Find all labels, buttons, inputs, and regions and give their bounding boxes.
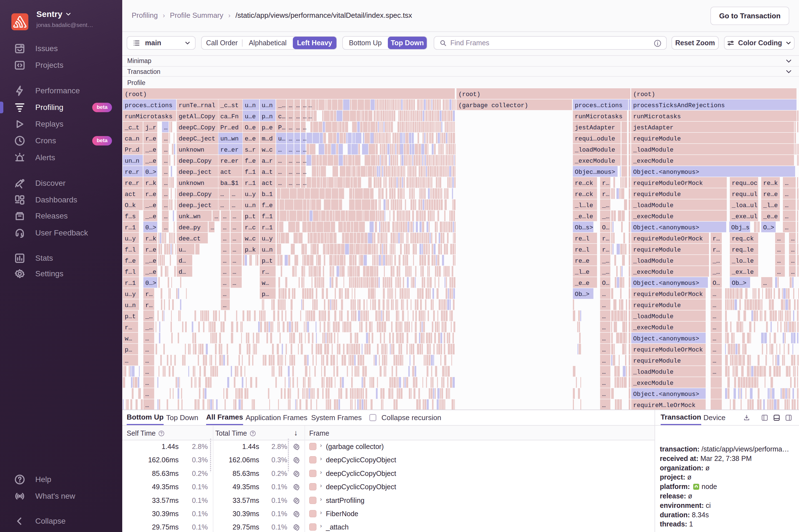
svg-text:r…1: r…1 xyxy=(245,180,256,187)
svg-text:req…ck: req…ck xyxy=(732,235,754,242)
svg-text:p…t: p…t xyxy=(245,213,256,220)
svg-text:…: … xyxy=(602,402,606,409)
svg-text:w…c: w…c xyxy=(245,235,256,242)
svg-text:r…: r… xyxy=(262,269,269,276)
svg-text:…: … xyxy=(223,269,226,276)
svg-text:0…>: 0…> xyxy=(145,280,156,287)
svg-text:_execModule: _execModule xyxy=(633,269,673,276)
svg-text:p…: p… xyxy=(125,346,132,354)
svg-text:e…e: e…e xyxy=(245,135,256,142)
svg-text:…: … xyxy=(602,369,606,376)
svg-text:…: … xyxy=(712,336,716,342)
svg-text:_l…e: _l…e xyxy=(575,269,590,276)
svg-text:_ex…le: _ex…le xyxy=(731,269,754,276)
svg-text:Object.<anonymous>: Object.<anonymous> xyxy=(633,280,699,287)
svg-text:…: … xyxy=(164,125,168,131)
svg-text:…: … xyxy=(712,346,716,354)
svg-text:re…l: re…l xyxy=(575,235,590,242)
svg-text:Ob…>: Ob…> xyxy=(575,291,590,298)
svg-text:_…: _… xyxy=(602,213,609,220)
svg-text:runMicrotasks: runMicrotasks xyxy=(633,113,681,120)
svg-text:u…y: u…y xyxy=(125,291,136,298)
svg-text:_loadModule: _loadModule xyxy=(633,202,673,209)
svg-text:…: … xyxy=(763,280,767,287)
svg-text:_l…le: _l…le xyxy=(575,202,593,209)
svg-text:requ…ul: requ…ul xyxy=(732,191,757,198)
svg-text:_loadModule: _loadModule xyxy=(633,369,673,376)
svg-text:…: … xyxy=(145,346,149,354)
svg-text:…: … xyxy=(602,391,606,398)
svg-text:…: … xyxy=(309,102,312,109)
svg-text:_…: _… xyxy=(712,258,720,265)
svg-text:…: … xyxy=(602,302,606,309)
svg-text:…: … xyxy=(289,158,292,165)
svg-text:runTe…rnal: runTe…rnal xyxy=(179,102,215,109)
svg-text:deep…ject: deep…ject xyxy=(179,169,212,176)
svg-text:…: … xyxy=(145,402,149,409)
svg-text:…: … xyxy=(164,135,168,142)
svg-text:j…r: j…r xyxy=(145,125,156,131)
svg-text:Object.<anonymous>: Object.<anonymous> xyxy=(633,336,699,342)
svg-text:…: … xyxy=(164,191,168,198)
svg-text:…: … xyxy=(296,147,300,154)
svg-text:…: … xyxy=(223,280,226,287)
svg-text:…: … xyxy=(296,113,300,120)
svg-text:…: … xyxy=(791,258,795,265)
svg-text:b…1: b…1 xyxy=(262,191,273,198)
svg-text:_loa…ul: _loa…ul xyxy=(731,202,757,209)
svg-text:…: … xyxy=(791,247,795,253)
svg-text:f…l: f…l xyxy=(125,247,136,253)
svg-text:_lo…le: _lo…le xyxy=(731,258,754,265)
svg-text:…: … xyxy=(233,235,236,242)
svg-text:unknown: unknown xyxy=(179,147,204,154)
svg-text:r…e: r…e xyxy=(145,135,156,142)
svg-text:re…e: re…e xyxy=(763,191,778,198)
svg-text:…: … xyxy=(785,224,788,231)
svg-text:requireM…leOrMock: requireM…leOrMock xyxy=(633,402,695,409)
svg-text:ca…Fn: ca…Fn xyxy=(220,113,239,120)
svg-text:u…: u… xyxy=(278,135,285,142)
svg-text:O…: O… xyxy=(712,280,720,287)
svg-text:(root): (root) xyxy=(633,91,655,98)
svg-text:r…: r… xyxy=(712,247,720,253)
svg-text:…: … xyxy=(145,358,149,365)
svg-text:…: … xyxy=(296,125,300,131)
svg-text:…: … xyxy=(602,336,606,342)
svg-text:re…ck: re…ck xyxy=(575,180,593,187)
svg-text:r…: r… xyxy=(602,235,609,242)
svg-text:c…: c… xyxy=(278,113,285,120)
svg-text:jestAdapter: jestAdapter xyxy=(633,125,673,131)
svg-text:…: … xyxy=(785,202,788,209)
svg-text:…: … xyxy=(164,158,168,165)
svg-text:r…: r… xyxy=(602,191,609,198)
svg-text:requireModuleOrMock: requireModuleOrMock xyxy=(633,180,703,187)
svg-text:_…: _… xyxy=(602,269,609,276)
svg-text:u…n: u…n xyxy=(245,202,256,209)
svg-text:…: … xyxy=(223,291,226,298)
svg-text:Object.<anonymous>: Object.<anonymous> xyxy=(633,224,699,231)
svg-text:…: … xyxy=(712,291,716,298)
svg-text:_loadModule: _loadModule xyxy=(633,313,673,320)
svg-text:r…: r… xyxy=(145,291,152,298)
svg-text:re…e: re…e xyxy=(575,258,590,265)
svg-text:…: … xyxy=(145,336,149,342)
svg-text:unknown: unknown xyxy=(179,180,204,187)
svg-text:…: … xyxy=(289,113,292,120)
svg-text:…: … xyxy=(164,224,168,231)
svg-text:re…k: re…k xyxy=(763,180,778,187)
svg-text:getAl…Copy: getAl…Copy xyxy=(179,113,215,120)
svg-text:_loadModule: _loadModule xyxy=(575,147,615,154)
svg-text:re…r: re…r xyxy=(125,180,140,187)
svg-text:…: … xyxy=(303,169,306,176)
svg-text:d…: d… xyxy=(179,269,186,276)
svg-text:…: … xyxy=(785,213,788,220)
svg-text:…: … xyxy=(164,180,168,187)
svg-text:_e…e: _e…e xyxy=(763,213,778,220)
svg-text:…: … xyxy=(289,125,292,131)
svg-text:requireModule: requireModule xyxy=(633,135,681,142)
svg-text:O…: O… xyxy=(602,224,609,231)
svg-text:…: … xyxy=(296,180,300,187)
svg-text:f…e: f…e xyxy=(245,158,256,165)
svg-text:_…e: _…e xyxy=(145,147,156,154)
svg-text:re…er: re…er xyxy=(220,158,239,165)
